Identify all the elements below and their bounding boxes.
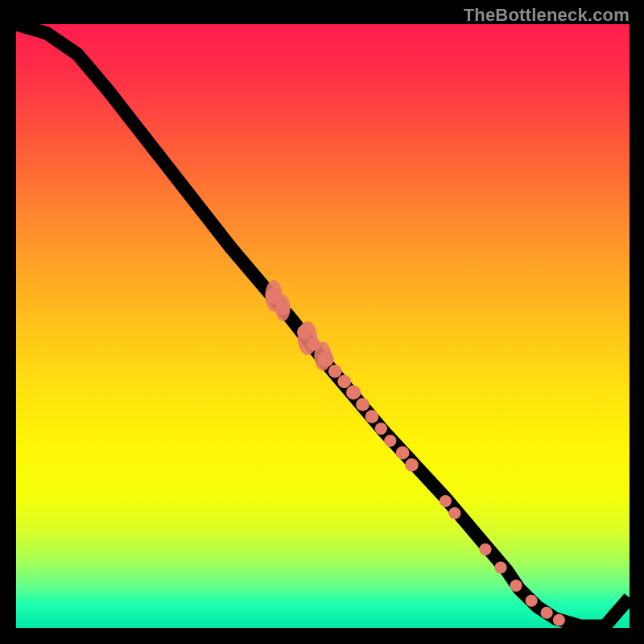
marker-dot (405, 458, 419, 472)
marker-dot (375, 423, 387, 435)
marker-dot (384, 435, 396, 447)
marker-dot (525, 595, 537, 607)
marker-dot (328, 365, 342, 378)
marker-dot (479, 543, 491, 555)
marker-dot (318, 352, 334, 368)
marker-dot (396, 446, 410, 460)
marker-dot (494, 562, 506, 574)
plot-area (16, 24, 630, 628)
watermark-text: TheBottleneck.com (464, 5, 630, 26)
marker-dot (553, 614, 565, 626)
marker-dot (365, 410, 379, 423)
chart-frame: TheBottleneck.com (0, 0, 644, 644)
marker-dot (510, 580, 522, 592)
marker-dot (440, 495, 452, 507)
curve-line (16, 24, 630, 626)
marker-dot (541, 607, 553, 619)
marker-dot (275, 301, 290, 316)
marker-dot (307, 337, 320, 351)
marker-dot (356, 398, 369, 411)
marker-dot (346, 386, 361, 400)
marker-dot (337, 375, 351, 389)
marker-dot (448, 507, 460, 519)
marker-dot (266, 288, 282, 304)
chart-svg (16, 24, 630, 628)
marker-dot (297, 325, 312, 340)
